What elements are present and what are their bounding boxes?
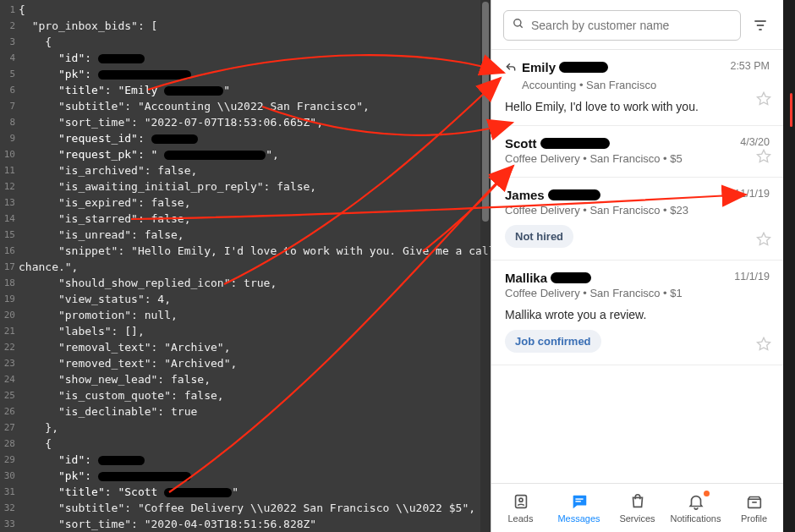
svg-marker-8 <box>758 337 770 349</box>
card-snippet: Mallika wrote you a review. <box>505 308 770 321</box>
tab-profile[interactable]: Profile <box>729 492 780 524</box>
svg-rect-12 <box>575 501 580 502</box>
star-icon[interactable] <box>756 336 771 354</box>
svg-marker-7 <box>758 233 770 244</box>
svg-point-10 <box>518 498 522 502</box>
svg-rect-11 <box>575 498 583 499</box>
search-box[interactable] <box>503 10 741 41</box>
filter-button[interactable] <box>749 14 771 36</box>
card-time: 11/1/19 <box>734 188 770 200</box>
inbox-card[interactable]: Mallika11/1/19Coffee Delivery • San Fran… <box>491 261 783 365</box>
reply-icon <box>505 62 517 77</box>
search-row <box>491 0 783 50</box>
star-icon[interactable] <box>756 231 771 250</box>
inbox-list[interactable]: Emily2:53 PMAccounting • San FranciscoHe… <box>491 50 783 483</box>
json-code-panel: 1234567891011121314151617181920212223242… <box>0 0 491 532</box>
redacted-surname <box>559 62 608 73</box>
device-edge <box>783 0 795 532</box>
card-time: 4/3/20 <box>740 136 770 148</box>
customer-name: Emily <box>522 60 556 74</box>
search-icon <box>513 18 524 33</box>
tab-messages[interactable]: Messages <box>554 492 605 524</box>
card-subtitle: Coffee Delivery • San Francisco • $5 <box>505 152 770 165</box>
card-subtitle: Coffee Delivery • San Francisco • $23 <box>505 204 770 217</box>
card-subtitle: Accounting • San Francisco <box>522 79 770 91</box>
inbox-card[interactable]: Scott4/3/20Coffee Delivery • San Francis… <box>491 126 783 178</box>
svg-line-1 <box>520 25 523 28</box>
redacted-surname <box>540 138 610 149</box>
tab-services[interactable]: Services <box>612 492 663 524</box>
code-body: { "pro_inbox_bids": [ { "id": "pk": "tit… <box>19 2 484 532</box>
notification-dot <box>704 491 710 496</box>
tab-label: Notifications <box>671 513 721 524</box>
tab-label: Profile <box>741 513 767 524</box>
inbox-card[interactable]: James11/1/19Coffee Delivery • San Franci… <box>491 178 783 261</box>
bottom-tab-bar: Leads Messages Services Notifications Pr… <box>491 483 783 532</box>
tab-label: Services <box>619 513 655 524</box>
tab-notifications[interactable]: Notifications <box>671 492 721 524</box>
inbox-card[interactable]: Emily2:53 PMAccounting • San FranciscoHe… <box>491 50 783 126</box>
line-number-gutter: 1234567891011121314151617181920212223242… <box>0 0 19 532</box>
star-icon[interactable] <box>756 148 771 167</box>
svg-marker-5 <box>758 92 770 104</box>
svg-marker-6 <box>758 150 770 162</box>
card-snippet: Hello Emily, I'd love to work with you. <box>505 100 770 113</box>
tab-leads[interactable]: Leads <box>496 492 546 524</box>
card-time: 11/1/19 <box>734 271 770 282</box>
card-subtitle: Coffee Delivery • San Francisco • $1 <box>505 287 770 299</box>
customer-name: James <box>505 188 545 202</box>
redacted-surname <box>551 272 591 283</box>
customer-name: Mallika <box>505 271 547 285</box>
card-time: 2:53 PM <box>730 60 770 72</box>
customer-name: Scott <box>505 136 537 151</box>
tab-label: Leads <box>508 513 534 524</box>
code-scroll-thumb[interactable] <box>482 2 489 222</box>
inbox-app: Emily2:53 PMAccounting • San FranciscoHe… <box>491 0 783 532</box>
redacted-surname <box>548 189 600 200</box>
search-input[interactable] <box>531 19 732 32</box>
star-icon[interactable] <box>756 90 771 109</box>
svg-point-0 <box>514 19 521 26</box>
tab-label: Messages <box>557 513 600 524</box>
code-scrollbar[interactable] <box>480 0 491 532</box>
status-pill: Not hired <box>505 225 573 248</box>
status-pill: Job confirmed <box>505 330 601 353</box>
